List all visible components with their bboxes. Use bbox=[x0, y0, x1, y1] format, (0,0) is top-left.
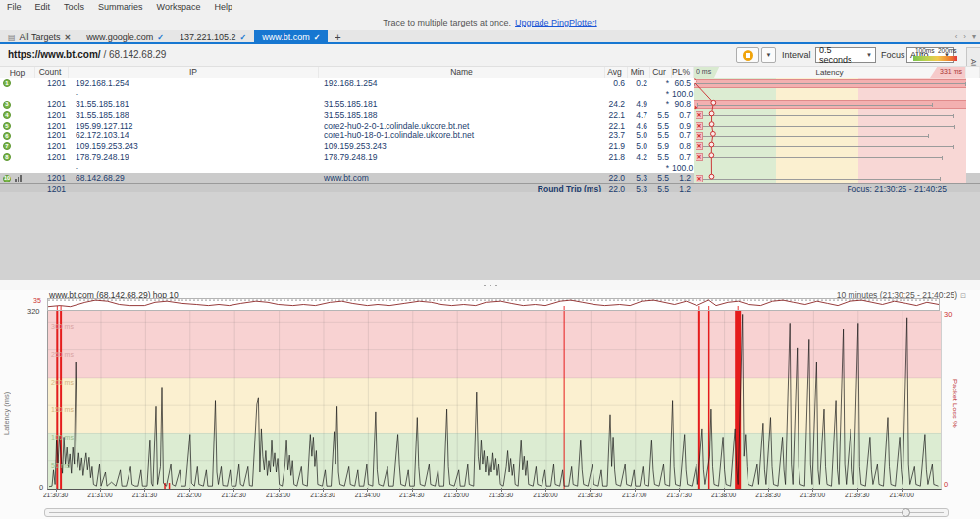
time-axis: 21:30:3021:31:0021:31:3021:32:0021:32:30… bbox=[0, 490, 980, 501]
avg-cell: 22.1 bbox=[605, 110, 628, 121]
time-tick-label: 21:31:00 bbox=[80, 492, 120, 498]
menu-workspace[interactable]: Workspace bbox=[150, 0, 208, 14]
col-header-pl[interactable]: PL% bbox=[672, 67, 694, 78]
avg-cell bbox=[605, 89, 628, 100]
cur-cell: 5.5 bbox=[650, 110, 672, 121]
hop-number-badge: 3 bbox=[3, 101, 11, 109]
tab-www-bt-com[interactable]: www.bt.com✓ bbox=[254, 30, 328, 44]
latency-cell: ✕ bbox=[694, 141, 966, 152]
table-row-hop-blank-1[interactable]: -*100.0 bbox=[0, 89, 980, 100]
table-row-hop-4[interactable]: 4120131.55.185.18831.55.185.18822.14.75.… bbox=[0, 110, 980, 121]
menu-summaries[interactable]: Summaries bbox=[91, 0, 150, 14]
target-bar: https://www.bt.com/ / 68.142.68.29 ▼ Int… bbox=[0, 44, 980, 67]
count-cell: 1201 bbox=[35, 110, 69, 121]
latency-cell: ✕ bbox=[694, 173, 966, 183]
yaxis-max-label: 320 bbox=[27, 307, 40, 316]
pl-cell: 60.5 bbox=[672, 78, 694, 89]
min-cell bbox=[628, 163, 650, 174]
timeline-scrollbar[interactable] bbox=[44, 508, 949, 517]
pl-cell: 0.7 bbox=[672, 152, 694, 163]
ip-cell: 62.172.103.14 bbox=[69, 130, 319, 141]
col-header-min[interactable]: Min bbox=[628, 67, 650, 78]
table-gutter bbox=[966, 152, 980, 163]
table-row-hop-7[interactable]: 71201109.159.253.243109.159.253.24321.95… bbox=[0, 141, 980, 152]
interval-select[interactable]: 0.5 seconds ▼ bbox=[815, 47, 876, 63]
latency-cell: ✕ bbox=[694, 121, 966, 131]
upgrade-link[interactable]: Upgrade PingPlotter! bbox=[515, 18, 597, 27]
name-cell: 192.168.1.254 bbox=[319, 78, 605, 89]
target-ip: 68.142.68.29 bbox=[109, 49, 166, 60]
menu-file[interactable]: File bbox=[0, 0, 28, 14]
table-row-hop-6[interactable]: 6120162.172.103.14core1-hu0-18-0-1.colin… bbox=[0, 130, 980, 141]
time-tick-label: 21:39:00 bbox=[793, 492, 832, 498]
tab-www-google-com[interactable]: www.google.com✓ bbox=[78, 30, 172, 44]
name-cell: www.bt.com bbox=[319, 173, 605, 183]
scrollbar-thumb[interactable] bbox=[902, 508, 910, 517]
latency-cell bbox=[694, 163, 966, 174]
pause-button[interactable] bbox=[736, 47, 759, 63]
tab-137-221-105-2[interactable]: 137.221.105.2✓ bbox=[172, 30, 254, 44]
pl-cell: 0.7 bbox=[672, 130, 694, 141]
latency-header-title: Latency bbox=[694, 68, 965, 78]
hop-cell: 1 bbox=[0, 78, 35, 89]
timeline-range-expand-icon: ⊡ bbox=[960, 292, 966, 299]
target-hostname: https://www.bt.com/ bbox=[8, 49, 101, 60]
col-header-name[interactable]: Name bbox=[319, 67, 605, 78]
pause-dropdown-button[interactable]: ▼ bbox=[761, 47, 776, 63]
time-tick-label: 21:36:00 bbox=[526, 492, 565, 498]
check-icon: ✓ bbox=[239, 33, 246, 42]
all-targets-icon: ▤ bbox=[8, 33, 16, 42]
count-cell bbox=[35, 163, 69, 174]
tab-all-targets-label: All Targets bbox=[20, 32, 61, 42]
avg-cell: 21.9 bbox=[605, 141, 628, 152]
col-header-cur[interactable]: Cur bbox=[650, 67, 672, 78]
avg-cell: 22.0 bbox=[605, 173, 628, 183]
check-icon: ✓ bbox=[314, 33, 321, 42]
time-tick-label: 21:36:30 bbox=[570, 492, 609, 498]
tab-all-targets[interactable]: ▤ All Targets ✕ bbox=[0, 30, 78, 44]
scrollbar-groove bbox=[49, 512, 944, 513]
table-row-hop-blank-8[interactable]: -*100.0 bbox=[0, 163, 980, 174]
col-header-hop[interactable]: Hop bbox=[0, 67, 35, 78]
col-header-count[interactable]: Count bbox=[35, 67, 69, 78]
time-tick-label: 21:40:00 bbox=[882, 492, 921, 498]
table-gutter bbox=[966, 89, 980, 100]
close-icon[interactable]: ✕ bbox=[64, 33, 71, 42]
latency-cell: ✕ bbox=[694, 110, 966, 121]
count-cell: 1201 bbox=[35, 152, 69, 163]
menu-help[interactable]: Help bbox=[207, 0, 239, 14]
col-header-avg[interactable]: Avg bbox=[605, 67, 628, 78]
table-row-hop-3[interactable]: 3120131.55.185.18131.55.185.18124.24.9*9… bbox=[0, 99, 980, 110]
table-row-hop-10[interactable]: 10120168.142.68.29www.bt.com22.05.35.51.… bbox=[0, 173, 980, 183]
menu-edit[interactable]: Edit bbox=[28, 0, 58, 14]
min-cell: 4.6 bbox=[628, 121, 650, 131]
col-header-ip[interactable]: IP bbox=[69, 67, 319, 78]
table-gutter bbox=[966, 78, 980, 89]
table-row-hop-5[interactable]: 51201195.99.127.112core2-hu0-2-0-1.colin… bbox=[0, 121, 980, 131]
cur-cell: * bbox=[650, 89, 672, 100]
y2axis-min-label: 0 bbox=[944, 480, 948, 489]
tab-list-dropdown-icon[interactable]: ▾ bbox=[972, 32, 976, 41]
menu-tools[interactable]: Tools bbox=[57, 0, 91, 14]
ip-cell: 109.159.253.243 bbox=[69, 141, 319, 152]
time-tick-label: 21:35:30 bbox=[482, 492, 521, 498]
latency-zones bbox=[694, 89, 966, 100]
min-max-whisker bbox=[697, 157, 944, 158]
table-row-hop-1[interactable]: 11201192.168.1.254192.168.1.2540.60.2*60… bbox=[0, 78, 980, 89]
hop-cell: 4 bbox=[0, 110, 35, 121]
pane-splitter[interactable] bbox=[0, 280, 980, 290]
tab-scrollers: ‹ › ▾ bbox=[955, 32, 976, 41]
time-tick-label: 21:39:30 bbox=[838, 492, 877, 498]
tab-scroll-left-icon[interactable]: ‹ bbox=[955, 32, 958, 41]
table-row-hop-8[interactable]: 81201178.79.248.19178.79.248.1921.84.25.… bbox=[0, 152, 980, 163]
new-tab-button[interactable]: + bbox=[328, 30, 347, 44]
min-max-whisker bbox=[697, 105, 932, 106]
latency-timeline-plot[interactable]: 300 ms250 ms200 ms150 ms100 ms50 ms bbox=[47, 311, 942, 490]
hop-number-badge: 4 bbox=[3, 111, 11, 119]
name-cell: 109.159.253.243 bbox=[319, 141, 605, 152]
minimap-strip[interactable] bbox=[47, 298, 940, 311]
current-loss-marker-icon: ✕ bbox=[696, 111, 703, 119]
col-header-latency[interactable]: 0 ms Latency 331 ms bbox=[694, 67, 966, 78]
avg-cell bbox=[605, 163, 628, 174]
tab-scroll-right-icon[interactable]: › bbox=[963, 32, 966, 41]
